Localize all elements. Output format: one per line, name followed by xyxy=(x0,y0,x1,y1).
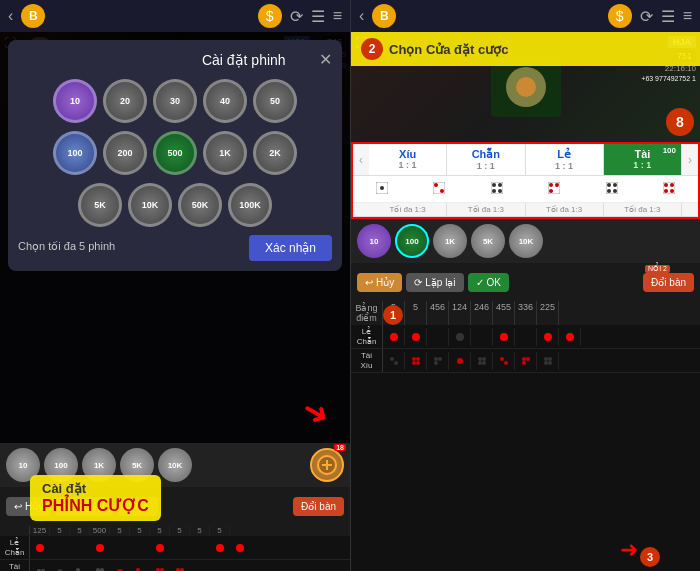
confirm-button[interactable]: Xác nhận xyxy=(249,235,332,261)
chip-20[interactable]: 20 xyxy=(103,79,147,123)
bet-table-right-arrow[interactable]: › xyxy=(682,144,698,175)
chip-500[interactable]: 500 xyxy=(153,131,197,175)
right-cancel-button[interactable]: ↩ Hủy xyxy=(357,273,402,292)
svg-point-34 xyxy=(549,183,553,187)
right-repeat-button[interactable]: ⟳ Lặp lại xyxy=(406,273,463,292)
right-menu-icon[interactable]: ≡ xyxy=(683,7,692,25)
svg-point-44 xyxy=(670,183,674,187)
svg-point-60 xyxy=(482,361,486,365)
le-chan-label: LẻChẵn xyxy=(0,536,30,559)
instruction-bar: 2 Chọn Cửa đặt cược xyxy=(351,32,700,66)
chip-dialog: Cài đặt phinh ✕ 10 20 30 40 50 100 200 5… xyxy=(0,32,350,571)
svg-point-31 xyxy=(492,189,496,193)
chip-5k[interactable]: 5K xyxy=(78,183,122,227)
change-table-button[interactable]: Đổi bàn xyxy=(293,497,344,516)
chip-200[interactable]: 200 xyxy=(103,131,147,175)
coin-icon[interactable]: $ xyxy=(258,4,282,28)
chip-10k[interactable]: 10K xyxy=(128,183,172,227)
right-change-table-button[interactable]: Đổi bàn xyxy=(643,273,694,292)
svg-point-32 xyxy=(498,189,502,193)
logo-icon[interactable]: B xyxy=(21,4,45,28)
chip-100k[interactable]: 100K xyxy=(228,183,272,227)
refresh-icon[interactable]: ⟳ xyxy=(290,7,303,26)
svg-point-49 xyxy=(412,357,416,361)
limit-le: Tối đa 1:3 xyxy=(526,203,604,216)
right-small-chip-10k[interactable]: 10K xyxy=(509,224,543,258)
svg-point-46 xyxy=(670,189,674,193)
left-nav-bar: ‹ B $ ⟳ ☰ ≡ xyxy=(0,0,350,32)
right-back-icon[interactable]: ‹ xyxy=(359,7,364,25)
list-icon[interactable]: ☰ xyxy=(311,7,325,26)
annotation-line1: Cài đặt xyxy=(42,481,149,496)
bet-col-xiu[interactable]: Xíu 1 : 1 xyxy=(369,144,447,175)
svg-point-58 xyxy=(482,357,486,361)
svg-point-43 xyxy=(664,183,668,187)
right-action-bar: ↩ Hủy ⟳ Lặp lại ✓ OK NỔI 2 Đổi bàn xyxy=(351,263,700,301)
svg-point-69 xyxy=(548,361,552,365)
svg-point-39 xyxy=(613,183,617,187)
dice-display-row xyxy=(353,176,698,203)
right-score-area: Bảng điểm 5 5 456 124 246 455 336 225 Lẻ… xyxy=(351,301,700,571)
svg-point-68 xyxy=(544,361,548,365)
chip-hint: Chọn tối đa 5 phinh xyxy=(18,240,115,253)
svg-point-47 xyxy=(390,357,394,361)
svg-point-48 xyxy=(394,361,398,365)
dice-2 xyxy=(433,180,445,198)
bet-col-tai[interactable]: 100 Tài 1 : 1 xyxy=(604,144,682,175)
tai-xiu-label: TàiXíu xyxy=(0,560,30,571)
rs-row-tai-xiu: TàiXíu xyxy=(351,349,700,373)
right-ok-button[interactable]: ✓ OK xyxy=(468,273,509,292)
svg-point-24 xyxy=(380,186,384,190)
step-1-badge: 1 xyxy=(383,305,403,325)
chip-dialog-inner: Cài đặt phinh ✕ 10 20 30 40 50 100 200 5… xyxy=(8,40,342,271)
back-icon[interactable]: ‹ xyxy=(8,7,13,25)
chip-100[interactable]: 100 xyxy=(53,131,97,175)
small-chip-active[interactable]: 18 xyxy=(310,448,344,482)
chip-1k[interactable]: 1K xyxy=(203,131,247,175)
svg-point-53 xyxy=(434,357,438,361)
rs-row-le-chan: LẻChẵn xyxy=(351,325,700,349)
menu-icon[interactable]: ≡ xyxy=(333,7,342,25)
right-logo-icon[interactable]: B xyxy=(372,4,396,28)
chip-row-3: 5K 10K 50K 100K xyxy=(18,183,332,227)
bet-limits-row: Tối đa 1:3 Tối đa 1:3 Tối đa 1:3 Tối đa … xyxy=(353,203,698,217)
annotation-line2: PHỈNH CƯỢC xyxy=(42,496,149,515)
chip-40[interactable]: 40 xyxy=(203,79,247,123)
right-score-rows: LẻChẵn TàiXíu xyxy=(351,325,700,373)
svg-point-35 xyxy=(555,183,559,187)
chip-50[interactable]: 50 xyxy=(253,79,297,123)
tai-bet-amount: 100 xyxy=(660,146,679,155)
nav-right: $ ⟳ ☰ ≡ xyxy=(258,4,342,28)
bet-table-left-arrow[interactable]: ‹ xyxy=(353,144,369,175)
right-small-chip-5k[interactable]: 5K xyxy=(471,224,505,258)
chip-2k[interactable]: 2K xyxy=(253,131,297,175)
score-row-le-chan: LẻChẵn xyxy=(0,536,350,560)
right-coin-icon[interactable]: $ xyxy=(608,4,632,28)
svg-point-41 xyxy=(613,189,617,193)
chip-row-1: 10 20 30 40 50 xyxy=(18,79,332,123)
right-small-chip-100[interactable]: 100 xyxy=(395,224,429,258)
bet-col-chan[interactable]: Chẵn 1 : 1 xyxy=(447,144,525,175)
svg-point-36 xyxy=(549,189,553,193)
score-header-nums: 125 5 5 500 5 5 5 5 5 5 xyxy=(0,525,350,536)
chip-50k[interactable]: 50K xyxy=(178,183,222,227)
svg-point-54 xyxy=(438,357,442,361)
small-chip-10k[interactable]: 10K xyxy=(158,448,192,482)
svg-point-40 xyxy=(607,189,611,193)
right-chip-bar: 10 100 1K 5K 10K xyxy=(351,219,700,263)
nav-left: ‹ B xyxy=(8,4,45,28)
right-small-chip-10[interactable]: 10 xyxy=(357,224,391,258)
chip-30[interactable]: 30 xyxy=(153,79,197,123)
right-refresh-icon[interactable]: ⟳ xyxy=(640,7,653,26)
bet-table-header: ‹ Xíu 1 : 1 Chẵn 1 : 1 Lẻ 1 : 1 100 Tài … xyxy=(353,144,698,176)
svg-point-61 xyxy=(500,357,504,361)
right-small-chip-1k[interactable]: 1K xyxy=(433,224,467,258)
chip-dialog-header: Cài đặt phinh ✕ xyxy=(18,50,332,69)
right-list-icon[interactable]: ☰ xyxy=(661,7,675,26)
instruction-text: Chọn Cửa đặt cược xyxy=(389,42,508,57)
close-dialog-button[interactable]: ✕ xyxy=(319,50,332,69)
chip-10[interactable]: 10 xyxy=(53,79,97,123)
video-step-badge: 8 xyxy=(666,108,694,136)
score-table: 125 5 5 500 5 5 5 5 5 5 LẻChẵn xyxy=(0,525,350,571)
bet-col-le[interactable]: Lẻ 1 : 1 xyxy=(526,144,604,175)
